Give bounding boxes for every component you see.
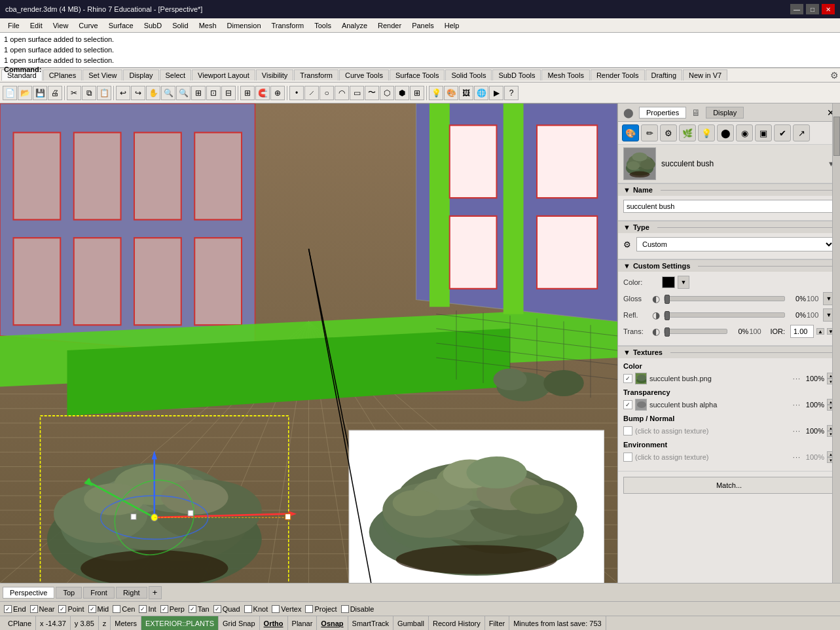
menu-view[interactable]: View [48,20,74,31]
status-layer[interactable]: EXTERIOR::PLANTS [141,616,219,630]
close-button[interactable]: ✕ [822,4,835,14]
env-tex-menu[interactable]: ··· [793,453,801,461]
tb-arc[interactable]: ◠ [335,86,349,100]
osnap-project[interactable]: Project [305,605,337,613]
env-tex-placeholder[interactable]: (click to assign texture) [635,453,790,461]
bump-tex-menu[interactable]: ··· [793,427,801,435]
menu-render[interactable]: Render [373,20,407,31]
tb-print[interactable]: 🖨 [48,86,62,100]
maximize-button[interactable]: □ [806,4,819,14]
tb-cut[interactable]: ✂ [67,86,81,100]
osnap-cen-cb[interactable] [113,605,120,613]
tb-zoom-out[interactable]: 🔍 [176,86,191,100]
tb-paste[interactable]: 📋 [97,86,111,100]
match-button[interactable]: Match... [623,477,835,494]
menu-transform[interactable]: Transform [266,20,310,31]
tb-line[interactable]: ⟋ [304,86,319,100]
bump-tex-placeholder[interactable]: (click to assign texture) [635,427,790,435]
status-osnap[interactable]: Osnap [317,616,348,630]
ior-input[interactable] [790,325,814,338]
bump-tex-check[interactable] [623,426,632,435]
panel-scrollbar-thumb[interactable] [833,117,840,156]
menu-help[interactable]: Help [439,20,465,31]
vp-tab-right[interactable]: Right [116,587,147,599]
osnap-project-cb[interactable] [305,605,313,613]
status-cplane[interactable]: CPlane [4,616,36,630]
tb-zoom-ext[interactable]: ⊞ [191,86,206,100]
tb-copy[interactable]: ⧉ [82,86,96,100]
status-filter[interactable]: Filter [485,616,509,630]
tb-new[interactable]: 📄 [3,86,17,100]
osnap-perp-cb[interactable] [160,605,168,613]
tb-env[interactable]: 🌐 [474,86,488,100]
menu-surface[interactable]: Surface [103,20,139,31]
tb-light[interactable]: 💡 [429,86,443,100]
vp-add-button[interactable]: + [149,586,162,599]
status-grid-snap[interactable]: Grid Snap [219,616,260,630]
prop-icon-material[interactable]: 🎨 [622,124,639,141]
prop-icon-settings[interactable]: ⚙ [660,124,677,141]
prop-icon-check[interactable]: ✔ [774,124,791,141]
osnap-knot[interactable]: Knot [244,605,268,613]
tb-point[interactable]: • [289,86,304,100]
prop-icon-export[interactable]: ↗ [793,124,810,141]
menu-panels[interactable]: Panels [407,20,439,31]
menu-edit[interactable]: Edit [25,20,48,31]
trans-slider[interactable] [664,329,727,334]
vp-tab-front[interactable]: Front [83,587,115,599]
tab-properties[interactable]: Properties [639,107,686,119]
osnap-perp[interactable]: Perp [160,605,185,613]
osnap-quad[interactable]: Quad [213,605,240,613]
vp-tab-top[interactable]: Top [56,587,82,599]
trans-tex-check[interactable] [623,400,632,409]
tb-circle[interactable]: ○ [320,86,334,100]
menu-file[interactable]: File [3,20,25,31]
tb-zoom-in[interactable]: 🔍 [161,86,175,100]
tb-save[interactable]: 💾 [33,86,47,100]
menu-tools[interactable]: Tools [309,20,337,31]
prop-icon-object[interactable]: 🌿 [679,124,696,141]
tb-texture[interactable]: 🖼 [459,86,473,100]
status-units[interactable]: Meters [111,616,141,630]
status-ortho[interactable]: Ortho [260,616,288,630]
menu-mesh[interactable]: Mesh [194,20,222,31]
vp-tab-perspective[interactable]: Perspective [3,587,54,599]
osnap-knot-cb[interactable] [244,605,252,613]
osnap-point-cb[interactable] [58,605,66,613]
tb-grid[interactable]: ⊞ [240,86,255,100]
section-custom-header[interactable]: ▼ Custom Settings [618,259,840,272]
tb-snap[interactable]: 🧲 [255,86,270,100]
tb-help[interactable]: ? [504,86,519,100]
osnap-int[interactable]: Int [139,605,156,613]
osnap-near[interactable]: Near [30,605,55,613]
refl-slider-thumb[interactable] [665,311,670,320]
status-record-history[interactable]: Record History [429,616,485,630]
tb-extrude[interactable]: ⬢ [395,86,409,100]
gloss-slider[interactable] [664,296,785,301]
menu-analyze[interactable]: Analyze [337,20,373,31]
section-name-header[interactable]: ▼ Name [618,183,840,196]
tb-boolean[interactable]: ⊞ [410,86,424,100]
prop-icon-circle[interactable]: ⬤ [717,124,734,141]
section-type-header[interactable]: ▼ Type [618,221,840,233]
color-swatch[interactable] [662,276,675,288]
trans-slider-thumb[interactable] [665,327,670,337]
type-select[interactable]: Custom Plaster Metal Glass [636,237,835,251]
prop-icon-edit[interactable]: ✏ [641,124,658,141]
osnap-tan[interactable]: Tan [189,605,210,613]
color-tex-check[interactable] [623,374,632,383]
ior-spinner-up[interactable]: ▲ [816,328,824,335]
osnap-mid[interactable]: Mid [88,605,109,613]
osnap-near-cb[interactable] [30,605,38,613]
menu-dimension[interactable]: Dimension [222,20,266,31]
trans-tex-menu[interactable]: ··· [793,401,801,409]
osnap-tan-cb[interactable] [189,605,196,613]
tb-rect[interactable]: ▭ [350,86,364,100]
osnap-int-cb[interactable] [139,605,147,613]
osnap-vertex[interactable]: Vertex [272,605,301,613]
tb-undo[interactable]: ↩ [116,86,130,100]
name-input[interactable] [623,200,835,213]
menu-curve[interactable]: Curve [73,20,103,31]
status-gumball[interactable]: Gumball [393,616,429,630]
tb-surface[interactable]: ⬡ [380,86,394,100]
